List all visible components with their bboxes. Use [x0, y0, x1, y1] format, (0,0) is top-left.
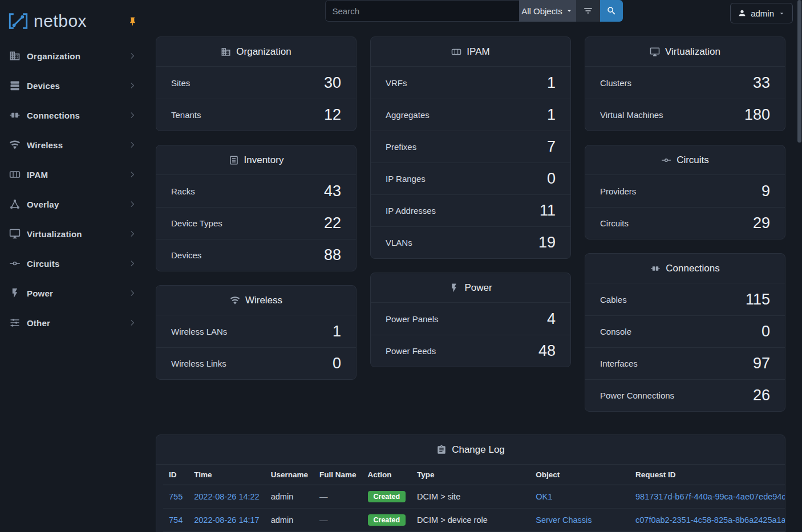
- transit-icon: [9, 258, 21, 269]
- stat-label-cables[interactable]: Cables: [600, 295, 627, 304]
- stat-value-cables[interactable]: 115: [746, 291, 770, 308]
- card-circuits: Circuits Providers 9 Circuits 29: [585, 145, 785, 239]
- chevron-right-icon: [128, 111, 136, 119]
- stat-value-power-connections[interactable]: 26: [753, 387, 770, 404]
- stat-label-wireless-lans[interactable]: Wireless LANs: [171, 327, 227, 336]
- stat-value-power-panels[interactable]: 4: [547, 310, 556, 328]
- change-object-link[interactable]: Server Chassis: [536, 515, 592, 525]
- column-header-object: Object: [530, 465, 630, 485]
- stat-label-circuits[interactable]: Circuits: [600, 218, 629, 228]
- card-power: Power Power Panels 4 Power Feeds 48: [370, 273, 571, 367]
- dashboard: Organization Sites 30 Tenants 12: [145, 22, 802, 532]
- stat-value-power-feeds[interactable]: 48: [538, 342, 556, 360]
- card-title: Wireless: [245, 295, 282, 306]
- card-header: Circuits: [585, 145, 785, 175]
- stat-label-providers[interactable]: Providers: [600, 186, 636, 196]
- stat-value-clusters[interactable]: 33: [753, 74, 770, 92]
- stat-value-circuits[interactable]: 29: [753, 214, 770, 232]
- stat-label-device-types[interactable]: Device Types: [171, 218, 222, 228]
- request-id-link[interactable]: c07f0ab2-2351-4c58-825a-8b6a2425a1ab: [635, 515, 785, 525]
- stat-row: Wireless Links 0: [156, 347, 356, 379]
- change-type: DCIM > device role: [411, 509, 530, 532]
- change-time-link[interactable]: 2022-08-26 14:17: [194, 515, 260, 525]
- stat-label-tenants[interactable]: Tenants: [171, 110, 201, 120]
- stat-value-ip-addresses[interactable]: 11: [540, 202, 556, 220]
- stat-value-interfaces[interactable]: 97: [753, 355, 770, 372]
- change-id-link[interactable]: 755: [169, 492, 183, 501]
- chevron-right-icon: [128, 319, 136, 327]
- stat-label-vlans[interactable]: VLANs: [386, 238, 412, 247]
- search-button[interactable]: [600, 0, 623, 22]
- dashboard-column-1: Organization Sites 30 Tenants 12: [156, 36, 357, 380]
- filter-button[interactable]: [576, 0, 600, 22]
- main-area: All Objects admin: [145, 0, 802, 532]
- stat-value-device-types[interactable]: 22: [324, 214, 341, 232]
- stat-label-power-panels[interactable]: Power Panels: [386, 314, 439, 324]
- stat-label-ip-addresses[interactable]: IP Addresses: [386, 206, 436, 216]
- sidebar-item-virtualization[interactable]: Virtualization: [0, 219, 145, 249]
- stat-value-vlans[interactable]: 19: [538, 234, 556, 251]
- stat-label-power-feeds[interactable]: Power Feeds: [386, 346, 436, 356]
- scrollbar[interactable]: [797, 0, 801, 532]
- sidebar-item-connections[interactable]: Connections: [0, 100, 145, 130]
- stat-label-racks[interactable]: Racks: [171, 186, 195, 196]
- card-ipam: IPAM VRFs 1 Aggregates 1 Prefixes 7: [370, 36, 571, 259]
- stat-value-sites[interactable]: 30: [324, 74, 341, 92]
- object-type-dropdown[interactable]: All Objects: [519, 0, 576, 22]
- netbox-logo-icon: [8, 13, 29, 30]
- stat-label-clusters[interactable]: Clusters: [600, 78, 631, 88]
- user-menu-button[interactable]: admin: [730, 3, 793, 23]
- change-id-link[interactable]: 754: [169, 515, 183, 525]
- sidebar-item-power[interactable]: Power: [0, 278, 145, 308]
- object-type-label: All Objects: [521, 6, 562, 16]
- stat-value-devices[interactable]: 88: [324, 246, 341, 264]
- sidebar-item-organization[interactable]: Organization: [0, 41, 145, 71]
- stat-label-console[interactable]: Console: [600, 327, 631, 336]
- stat-value-virtual-machines[interactable]: 180: [744, 106, 770, 124]
- stat-label-virtual-machines[interactable]: Virtual Machines: [600, 110, 663, 120]
- stat-value-ip-ranges[interactable]: 0: [547, 170, 556, 188]
- sidebar-item-overlay[interactable]: Overlay: [0, 189, 145, 219]
- inventory-icon: [229, 155, 239, 165]
- netbox-logo[interactable]: netbox: [8, 11, 87, 31]
- stat-row: Providers 9: [585, 175, 785, 207]
- stat-value-wireless-links[interactable]: 0: [333, 355, 341, 372]
- stat-label-aggregates[interactable]: Aggregates: [386, 110, 430, 120]
- stat-label-vrfs[interactable]: VRFs: [386, 78, 407, 88]
- stat-value-aggregates[interactable]: 1: [547, 106, 556, 124]
- change-object-link[interactable]: OK1: [536, 492, 552, 501]
- sidebar-item-ipam[interactable]: IPAM: [0, 160, 145, 189]
- stat-value-racks[interactable]: 43: [324, 182, 341, 200]
- stat-label-prefixes[interactable]: Prefixes: [386, 142, 416, 152]
- scrollbar-thumb[interactable]: [797, 0, 801, 143]
- sidebar-item-devices[interactable]: Devices: [0, 71, 145, 100]
- card-virtualization: Virtualization Clusters 33 Virtual Machi…: [585, 36, 785, 131]
- stat-value-wireless-lans[interactable]: 1: [333, 323, 341, 340]
- stat-value-vrfs[interactable]: 1: [547, 74, 556, 92]
- stat-value-console[interactable]: 0: [762, 323, 770, 340]
- sidebar-item-label: Overlay: [27, 200, 122, 209]
- pin-icon[interactable]: [128, 17, 137, 26]
- request-id-link[interactable]: 9817317d-b67f-440a-99ca-4ae07ede94df: [635, 492, 785, 501]
- sliders-icon: [9, 317, 21, 328]
- sidebar-item-label: Organization: [27, 51, 122, 61]
- sidebar-item-other[interactable]: Other: [0, 308, 145, 338]
- change-time-link[interactable]: 2022-08-26 14:22: [194, 492, 260, 501]
- stat-label-interfaces[interactable]: Interfaces: [600, 359, 638, 368]
- stat-label-power-connections[interactable]: Power Connections: [600, 391, 674, 400]
- search-input[interactable]: [325, 0, 519, 22]
- stat-label-devices[interactable]: Devices: [171, 250, 201, 260]
- sidebar-item-circuits[interactable]: Circuits: [0, 249, 145, 278]
- sidebar-item-wireless[interactable]: Wireless: [0, 130, 145, 160]
- sidebar: netbox Organization Devices Connections: [0, 0, 145, 532]
- stat-value-prefixes[interactable]: 7: [547, 138, 556, 156]
- stat-label-ip-ranges[interactable]: IP Ranges: [386, 174, 426, 184]
- stat-row: Clusters 33: [585, 67, 785, 99]
- stat-row: Power Connections 26: [585, 379, 785, 411]
- stat-label-sites[interactable]: Sites: [171, 78, 190, 88]
- sidebar-item-label: Virtualization: [27, 229, 122, 239]
- stat-value-providers[interactable]: 9: [762, 182, 770, 200]
- stat-value-tenants[interactable]: 12: [324, 106, 341, 124]
- stat-label-wireless-links[interactable]: Wireless Links: [171, 359, 226, 368]
- stat-row: Cables 115: [585, 283, 785, 315]
